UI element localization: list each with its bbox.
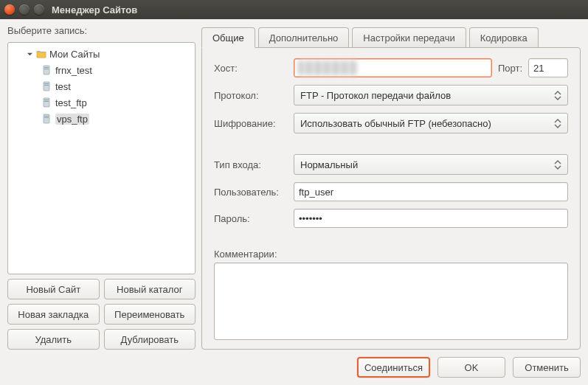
user-input[interactable] bbox=[294, 182, 568, 201]
tab-charset[interactable]: Кодировка bbox=[469, 27, 539, 47]
port-input[interactable] bbox=[528, 58, 568, 77]
duplicate-button[interactable]: Дублировать bbox=[104, 329, 196, 350]
protocol-label: Протокол: bbox=[214, 90, 288, 101]
server-icon bbox=[42, 81, 52, 91]
tree-item-label: vps_ftp bbox=[55, 114, 89, 125]
tree-site-item[interactable]: frnx_test bbox=[10, 62, 193, 78]
folder-icon bbox=[36, 49, 46, 59]
host-input[interactable] bbox=[294, 58, 492, 77]
svg-rect-2 bbox=[44, 69, 49, 69]
logon-type-select[interactable]: Нормальный bbox=[294, 154, 568, 175]
protocol-select[interactable]: FTP - Протокол передачи файлов bbox=[294, 85, 568, 105]
connect-button[interactable]: Соединиться bbox=[357, 357, 430, 378]
tree-root-label: Мои Сайты bbox=[49, 49, 100, 60]
tree-site-item[interactable]: test_ftp bbox=[10, 94, 193, 111]
updown-icon bbox=[554, 156, 564, 173]
site-tree[interactable]: Мои Сайты frnx_test test bbox=[7, 42, 196, 274]
tab-panel-general: Хост: Порт: Протокол: FTP - Протокол пер… bbox=[201, 47, 581, 350]
svg-rect-10 bbox=[44, 116, 49, 117]
tree-item-label: test_ftp bbox=[55, 97, 87, 108]
new-folder-button[interactable]: Новый каталог bbox=[104, 279, 196, 299]
window-title: Менеджер Сайтов bbox=[52, 4, 137, 15]
svg-rect-8 bbox=[44, 101, 49, 102]
chevron-down-icon[interactable] bbox=[26, 50, 33, 58]
password-label: Пароль: bbox=[214, 213, 288, 224]
dialog-footer: Соединиться OK Отменить bbox=[7, 350, 581, 378]
encryption-select[interactable]: Использовать обычный FTP (небезопасно) bbox=[294, 113, 568, 133]
updown-icon bbox=[554, 87, 564, 103]
svg-rect-11 bbox=[44, 117, 49, 118]
password-input[interactable] bbox=[294, 209, 568, 228]
select-entry-label: Выберите запись: bbox=[7, 25, 196, 36]
svg-rect-5 bbox=[44, 85, 49, 86]
tree-root-my-sites[interactable]: Мои Сайты bbox=[10, 46, 193, 62]
tree-item-label: test bbox=[55, 81, 71, 92]
svg-rect-4 bbox=[44, 83, 49, 84]
svg-rect-6 bbox=[44, 98, 49, 107]
new-site-button[interactable]: Новый Сайт bbox=[7, 279, 100, 299]
encryption-label: Шифрование: bbox=[214, 118, 288, 129]
delete-button[interactable]: Удалить bbox=[7, 329, 100, 350]
svg-rect-1 bbox=[44, 67, 49, 68]
tabs: Общие Дополнительно Настройки передачи К… bbox=[201, 25, 581, 47]
updown-icon bbox=[554, 115, 564, 131]
logon-type-label: Тип входа: bbox=[214, 159, 288, 170]
comments-textarea[interactable] bbox=[214, 263, 568, 340]
logon-type-value: Нормальный bbox=[300, 159, 358, 170]
comments-label: Комментарии: bbox=[214, 249, 568, 260]
tree-item-label: frnx_test bbox=[55, 65, 92, 76]
encryption-value: Использовать обычный FTP (небезопасно) bbox=[300, 118, 491, 129]
server-icon bbox=[42, 65, 52, 75]
server-icon bbox=[42, 114, 52, 124]
svg-rect-0 bbox=[44, 66, 49, 74]
close-icon[interactable] bbox=[4, 4, 15, 15]
user-label: Пользователь: bbox=[214, 187, 288, 198]
svg-rect-7 bbox=[44, 100, 49, 100]
svg-rect-3 bbox=[44, 82, 49, 91]
tab-advanced[interactable]: Дополнительно bbox=[258, 27, 350, 47]
titlebar: Менеджер Сайтов bbox=[0, 0, 588, 19]
server-icon bbox=[42, 97, 52, 108]
port-label: Порт: bbox=[498, 63, 522, 74]
tab-transfer[interactable]: Настройки передачи bbox=[352, 27, 466, 47]
tree-site-item[interactable]: vps_ftp bbox=[10, 111, 193, 127]
svg-rect-9 bbox=[44, 114, 49, 123]
ok-button[interactable]: OK bbox=[437, 357, 505, 378]
tab-general[interactable]: Общие bbox=[201, 27, 255, 48]
protocol-value: FTP - Протокол передачи файлов bbox=[300, 90, 451, 101]
cancel-button[interactable]: Отменить bbox=[513, 357, 581, 378]
maximize-icon[interactable] bbox=[34, 4, 44, 15]
minimize-icon[interactable] bbox=[19, 4, 30, 15]
new-bookmark-button[interactable]: Новая закладка bbox=[7, 304, 100, 325]
tree-site-item[interactable]: test bbox=[10, 78, 193, 94]
rename-button[interactable]: Переименовать bbox=[104, 304, 196, 325]
host-label: Хост: bbox=[214, 63, 288, 74]
